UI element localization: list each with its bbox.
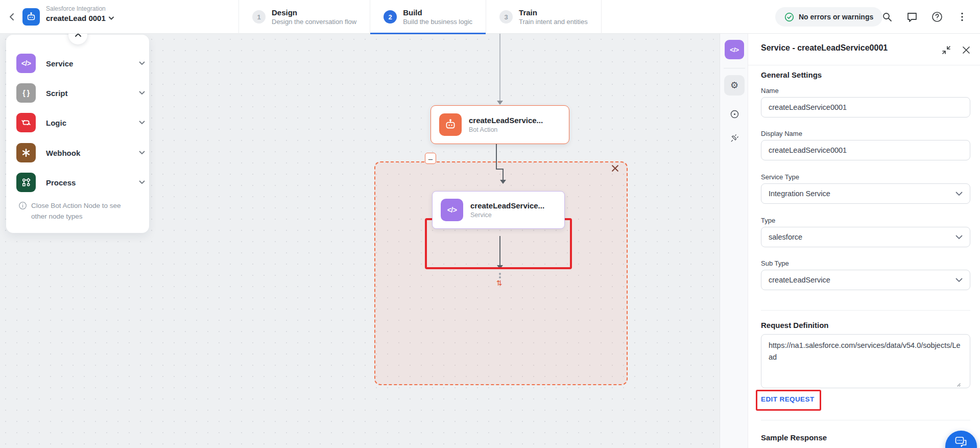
step-train[interactable]: 3 Train Train intent and entities [486,0,602,34]
chevron-down-icon[interactable] [139,180,145,184]
display-name-field[interactable] [761,140,970,160]
edit-request-button[interactable]: EDIT REQUEST [761,395,815,403]
search-icon[interactable] [881,11,893,23]
workflow-steps: 1 Design Design the conversation flow 2 … [238,0,602,34]
endpoint-dot [499,276,501,278]
chat-widget-icon [954,436,968,448]
panel-title: Service - createLeadService0001 [761,43,888,53]
panel-header-divider [748,65,980,65]
close-bot-action-icon[interactable] [608,161,622,175]
sub-type-select[interactable]: createLeadService [761,270,970,290]
palette-item-service[interactable]: </> Service [16,51,145,76]
type-label: Type [761,217,775,224]
palette-item-script[interactable]: { } Script [16,81,145,105]
service-node[interactable]: </> createLeadService... Service [432,191,565,229]
palette-item-process[interactable]: Process [16,170,145,195]
collapse-panel-icon[interactable] [941,45,951,55]
chevron-down-icon[interactable] [139,91,145,95]
panel-icon-strip: </> ⚙ [720,34,748,448]
instance-target-icon[interactable] [728,108,740,120]
script-icon: { } [16,83,36,103]
chevron-down-icon[interactable] [139,121,145,125]
service-node-subtitle: Service [470,211,544,220]
settings-tab-gear-icon[interactable]: ⚙ [724,75,745,96]
palette-info-text: Close Bot Action Node to see other node … [31,200,134,222]
edge-mid-arrowhead [500,180,506,184]
palette-item-label: Service [46,59,139,68]
chevron-down-icon[interactable] [139,151,145,155]
chevron-down-icon [955,192,963,196]
sample-response-heading: Sample Response [761,433,827,442]
palette-info: Close Bot Action Node to see other node … [18,200,134,222]
active-step-underline [370,33,486,34]
task-name: createLead 0001 [46,14,106,22]
kebab-menu-icon[interactable] [956,11,968,23]
bot-action-node-title: createLeadService... [469,115,543,126]
service-code-icon[interactable]: </> [725,40,744,59]
bot-action-node-subtitle: Bot Action [469,126,543,134]
back-icon[interactable] [6,11,18,23]
strip-divider [724,68,745,68]
validation-status-badge[interactable]: No errors or warnings [775,7,882,27]
help-icon[interactable] [931,11,943,23]
step-build-desc: Build the business logic [403,17,472,26]
logic-loop-icon [16,113,36,132]
step-train-number: 3 [499,10,513,23]
chevron-down-icon [955,235,963,240]
section-divider [761,310,970,311]
check-circle-icon [784,12,794,22]
sub-type-label: Sub Type [761,260,789,267]
step-build[interactable]: 2 Build Build the business logic [370,0,486,34]
step-train-label: Train [519,8,588,17]
palette-item-logic[interactable]: Logic [16,110,145,135]
type-value: salesforce [769,233,802,241]
service-node-icon: </> [441,199,463,221]
node-palette-content: </> Service { } Script Logic [6,35,149,233]
close-panel-icon[interactable] [961,45,971,55]
bot-action-node[interactable]: createLeadService... Bot Action [431,105,569,144]
step-train-desc: Train intent and entities [519,17,588,26]
task-switcher[interactable]: createLead 0001 [46,14,114,22]
edge-mid-segment1 [496,144,497,170]
sub-type-value: createLeadService [769,276,830,284]
service-type-select[interactable]: Integration Service [761,183,970,204]
process-graph-icon [16,173,36,192]
endpoint-dot [499,273,501,275]
caret-down-icon [109,16,114,20]
palette-item-label: Script [46,89,139,98]
palette-item-label: Webhook [46,149,139,157]
palette-item-label: Process [46,178,139,187]
step-design-desc: Design the conversation flow [272,17,356,26]
service-icon: </> [16,54,36,73]
palette-item-label: Logic [46,119,139,127]
step-design[interactable]: 1 Design Design the conversation flow [238,0,370,34]
project-label: Salesforce Integration [46,5,106,12]
palette-item-webhook[interactable]: Webhook [16,140,145,165]
service-config-panel: </> ⚙ Service - createLeadService0001 Ge… [720,34,980,448]
info-icon [18,201,27,210]
collapse-group-button[interactable]: – [425,153,436,164]
connections-plug-icon[interactable] [728,132,740,144]
drop-anchor-icon[interactable]: ⇅ [496,279,503,287]
textarea-resize-handle[interactable] [953,379,961,387]
name-label: Name [761,87,779,95]
name-field[interactable] [761,97,970,117]
chevron-down-icon[interactable] [139,61,145,65]
edge-incoming-arrowhead [497,101,503,105]
edge-mid-segment2 [503,169,504,180]
type-select[interactable]: salesforce [761,227,970,247]
step-build-number: 2 [384,10,397,23]
service-type-label: Service Type [761,173,799,181]
bot-app-icon[interactable] [22,8,40,26]
request-definition-textarea[interactable]: https://na1.salesforce.com/services/data… [761,334,970,388]
general-settings-heading: General Settings [761,70,822,79]
minus-icon: – [428,154,433,163]
chat-icon[interactable] [906,11,918,23]
status-badge-text: No errors or warnings [799,13,873,21]
bot-action-node-icon [439,113,462,136]
edge-incoming [499,34,500,101]
step-build-label: Build [403,8,472,17]
display-name-label: Display Name [761,130,802,137]
top-header: Salesforce Integration createLead 0001 1… [0,0,980,34]
bot-builder-app: Salesforce Integration createLead 0001 1… [0,0,980,448]
